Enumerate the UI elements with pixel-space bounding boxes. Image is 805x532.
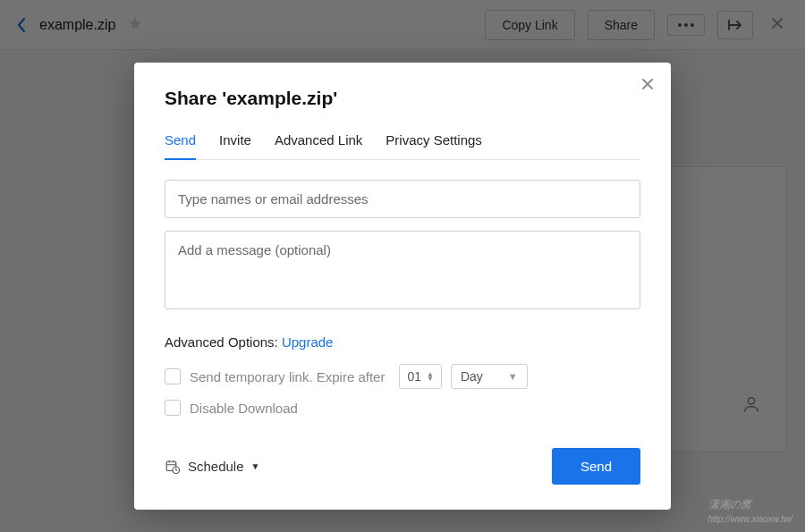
expire-count-stepper[interactable]: 01 ▲▼ [399, 364, 442, 389]
tab-bar: Send Invite Advanced Link Privacy Settin… [165, 125, 640, 160]
calendar-clock-icon [165, 459, 181, 475]
recipients-input[interactable] [165, 180, 640, 218]
stepper-arrows-icon: ▲▼ [427, 372, 434, 381]
option-label: Send temporary link. Expire after [190, 369, 385, 384]
tab-advanced-link[interactable]: Advanced Link [275, 125, 362, 159]
chevron-down-icon: ▼ [508, 371, 518, 382]
close-icon [640, 77, 655, 91]
option-label: Disable Download [190, 401, 298, 416]
advanced-options-label: Advanced Options: Upgrade [165, 334, 640, 350]
expire-unit-select[interactable]: Day ▼ [451, 364, 528, 389]
upgrade-link[interactable]: Upgrade [282, 334, 334, 350]
message-textarea[interactable] [165, 231, 640, 309]
checkbox-temporary-link[interactable] [165, 368, 181, 384]
modal-title: Share 'example.zip' [165, 88, 640, 109]
tab-privacy-settings[interactable]: Privacy Settings [386, 125, 482, 159]
option-temporary-link: Send temporary link. Expire after 01 ▲▼ … [165, 364, 640, 389]
modal-close-button[interactable] [640, 77, 655, 95]
tab-invite[interactable]: Invite [219, 125, 251, 159]
option-disable-download: Disable Download [165, 400, 640, 416]
checkbox-disable-download[interactable] [165, 400, 181, 416]
send-button[interactable]: Send [552, 448, 640, 485]
watermark: 潇湘の窝http://www.xiaoxw.tw/ [708, 497, 792, 525]
modal-footer: Schedule ▼ Send [165, 448, 640, 485]
tab-send[interactable]: Send [165, 125, 196, 160]
schedule-button[interactable]: Schedule ▼ [165, 459, 259, 475]
share-modal: Share 'example.zip' Send Invite Advanced… [134, 63, 671, 510]
chevron-down-icon: ▼ [251, 461, 260, 471]
